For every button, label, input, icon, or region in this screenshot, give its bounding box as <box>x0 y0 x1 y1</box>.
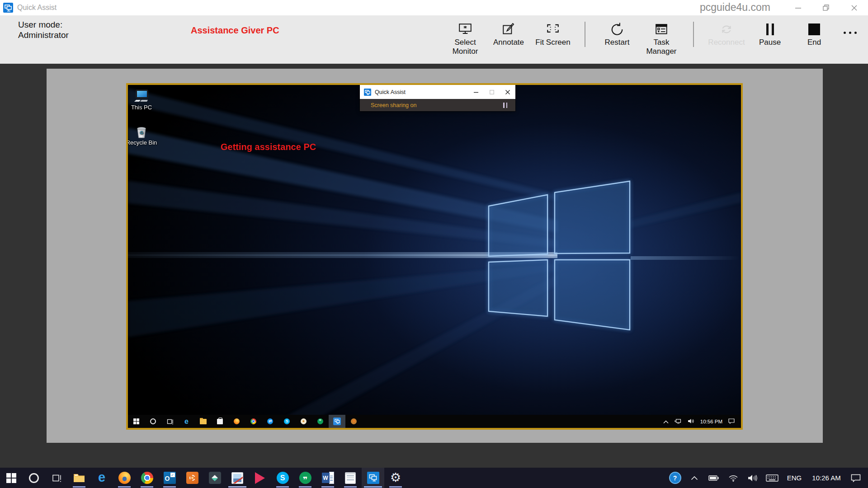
restart-button[interactable]: Restart <box>595 21 639 47</box>
window-title: Quick Assist <box>17 4 57 12</box>
remote-taskbar: e ⇄ S ● ❞ ✦ <box>128 415 741 428</box>
task-manager-icon <box>640 21 683 38</box>
remote-chrome-icon[interactable] <box>245 415 262 428</box>
remote-window-title: Quick Assist <box>375 89 406 95</box>
reconnect-label: Reconnect <box>708 38 745 47</box>
remote-quick-assist-taskbar-icon[interactable] <box>329 415 345 428</box>
remote-mail-icon[interactable]: ● <box>295 415 312 428</box>
select-monitor-icon <box>443 21 487 38</box>
remote-teamviewer-icon[interactable]: ⇄ <box>262 415 278 428</box>
recycle-bin-icon: ♻ <box>128 123 159 139</box>
media-player-icon[interactable] <box>249 468 271 488</box>
restore-button[interactable] <box>812 0 840 15</box>
toolbar: User mode: Administrator Assistance Give… <box>0 15 868 64</box>
remote-hangouts-icon[interactable]: ❞ <box>312 415 329 428</box>
tray-chevron-icon[interactable] <box>687 468 702 488</box>
user-mode-value: Administrator <box>18 30 69 40</box>
remote-minimize-button[interactable] <box>468 85 484 99</box>
remote-file-explorer-icon[interactable] <box>195 415 212 428</box>
session-viewer: This PC ♻ Recycle Bin <box>0 64 868 468</box>
task-manager-label: Task Manager <box>646 38 676 56</box>
firefox-icon[interactable] <box>113 468 136 488</box>
remote-maximize-button <box>484 85 500 99</box>
close-button[interactable] <box>840 0 868 15</box>
remote-screen[interactable]: This PC ♻ Recycle Bin <box>126 83 743 430</box>
touch-keyboard-icon[interactable] <box>764 468 780 488</box>
photos-icon[interactable] <box>226 468 249 488</box>
annotate-icon <box>487 21 530 38</box>
reconnect-icon <box>705 21 748 38</box>
minimize-button[interactable] <box>784 0 812 15</box>
annotate-button[interactable]: Annotate <box>487 21 530 47</box>
user-mode-label: User mode: <box>18 19 69 30</box>
remote-close-button[interactable] <box>500 85 515 99</box>
start-button[interactable] <box>0 468 23 488</box>
clock[interactable]: 10:26 AM <box>809 468 844 488</box>
desktop-icon-this-pc[interactable]: This PC <box>128 88 159 111</box>
remote-edge-icon[interactable]: e <box>178 415 195 428</box>
notepad-icon[interactable] <box>339 468 362 488</box>
titlebar: Quick Assist pcguide4u.com <box>0 0 868 15</box>
remote-store-icon[interactable] <box>212 415 228 428</box>
remote-pause-sharing-button[interactable] <box>503 103 507 108</box>
end-label: End <box>807 38 821 47</box>
remote-task-view-icon[interactable] <box>161 415 178 428</box>
remote-skype-icon[interactable]: S <box>278 415 295 428</box>
remote-volume-icon[interactable] <box>688 418 694 426</box>
end-button[interactable]: End <box>793 21 836 47</box>
action-center-icon[interactable] <box>848 468 863 488</box>
filmora-icon[interactable] <box>203 468 226 488</box>
this-pc-icon <box>128 88 159 104</box>
windows-hero-wallpaper <box>128 85 741 428</box>
monitor-panel: This PC ♻ Recycle Bin <box>47 69 823 443</box>
fit-screen-button[interactable]: Fit Screen <box>531 21 575 47</box>
help-tray-icon[interactable]: ? <box>667 468 683 488</box>
settings-icon[interactable]: ⚙ <box>384 468 407 488</box>
skype-icon[interactable]: S <box>271 468 294 488</box>
battery-icon[interactable] <box>706 468 722 488</box>
remote-firefox-icon[interactable] <box>228 415 245 428</box>
remote-start-button[interactable] <box>128 415 145 428</box>
quick-assist-taskbar-icon[interactable] <box>362 468 384 488</box>
more-options-button[interactable] <box>844 32 857 34</box>
recycle-bin-label: Recycle Bin <box>128 139 159 146</box>
chrome-icon[interactable] <box>136 468 158 488</box>
wifi-icon[interactable] <box>726 468 741 488</box>
file-explorer-icon[interactable] <box>68 468 90 488</box>
remote-quick-assist-window: Quick Assist <box>360 85 515 111</box>
word-icon[interactable]: W <box>316 468 339 488</box>
annotate-label: Annotate <box>493 38 524 47</box>
remote-quick-assist-icon <box>364 89 371 96</box>
cortana-button[interactable] <box>23 468 45 488</box>
pause-label: Pause <box>759 38 781 47</box>
desktop-icon-recycle-bin[interactable]: ♻ Recycle Bin <box>128 123 159 146</box>
language-indicator[interactable]: ENG <box>784 468 805 488</box>
remote-quick-assist-titlebar: Quick Assist <box>360 85 515 99</box>
edge-icon[interactable]: e <box>90 468 113 488</box>
this-pc-label: This PC <box>128 104 159 111</box>
quick-assist-app-icon <box>3 3 13 13</box>
select-monitor-label: Select Monitor <box>453 38 478 56</box>
remote-paint3d-icon[interactable]: ✦ <box>345 415 362 428</box>
reconnect-button: Reconnect <box>705 21 748 47</box>
remote-clock[interactable]: 10:56 PM <box>700 419 722 424</box>
task-manager-button[interactable]: Task Manager <box>640 21 683 56</box>
remote-action-center-icon[interactable] <box>728 418 735 426</box>
remote-search-icon[interactable] <box>145 415 161 428</box>
remote-network-icon[interactable] <box>675 418 682 426</box>
hangouts-icon[interactable]: ❞ <box>294 468 316 488</box>
volume-icon[interactable] <box>745 468 760 488</box>
screen-sharing-status: Screen sharing on <box>371 102 416 108</box>
screen: Quick Assist pcguide4u.com User mode: Ad… <box>0 0 868 488</box>
task-view-button[interactable] <box>45 468 68 488</box>
pause-button[interactable]: Pause <box>748 21 792 47</box>
pause-icon <box>748 21 792 38</box>
outlook-icon[interactable]: O✓ <box>158 468 181 488</box>
select-monitor-button[interactable]: Select Monitor <box>443 21 487 56</box>
toolbar-separator <box>585 22 585 47</box>
host-taskbar: e O✓ S ❞ W ⚙ ? <box>0 468 868 488</box>
watermark: pcguide4u.com <box>700 1 770 14</box>
restart-label: Restart <box>605 38 630 47</box>
remote-tray-chevron-icon[interactable] <box>663 418 669 426</box>
screen-recorder-icon[interactable] <box>181 468 203 488</box>
